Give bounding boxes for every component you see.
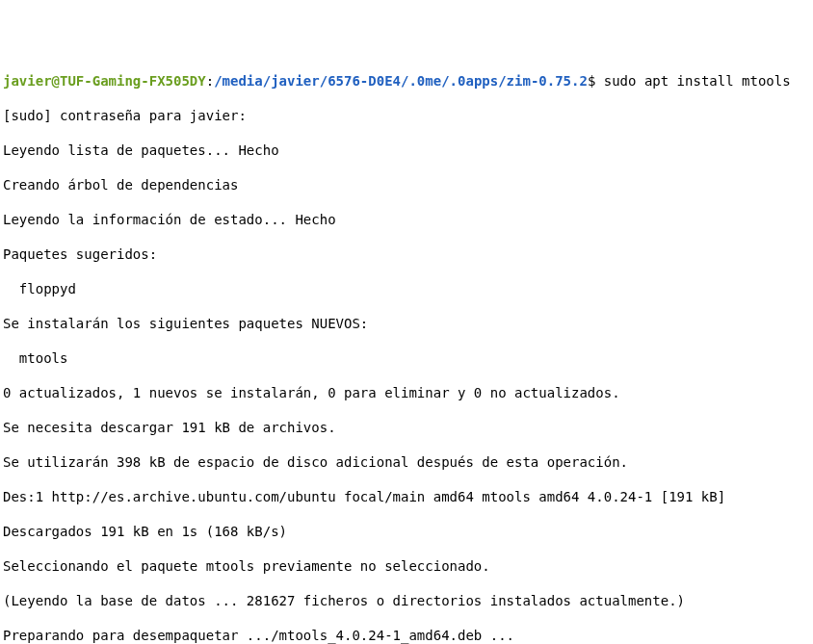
apt-line: 0 actualizados, 1 nuevos se instalarán, … [3,384,810,401]
apt-line: (Leyendo la base de datos ... 281627 fic… [3,592,810,609]
prompt-user: javier@TUF-Gaming-FX505DY [3,73,206,89]
apt-line: Des:1 http://es.archive.ubuntu.com/ubunt… [3,488,810,505]
apt-line: Se instalarán los siguientes paquetes NU… [3,315,810,332]
apt-line: Preparando para desempaquetar .../mtools… [3,627,810,644]
apt-line: floppyd [3,280,810,297]
apt-line: mtools [3,349,810,367]
prompt-path: /media/javier/6576-D0E4/.0me/.0apps/zim-… [214,73,588,89]
prompt-line-1: javier@TUF-Gaming-FX505DY:/media/javier/… [3,72,810,90]
apt-line: [sudo] contraseña para javier: [3,107,810,124]
apt-line: Leyendo la información de estado... Hech… [3,211,810,228]
apt-line: Creando árbol de dependencias [3,176,810,193]
prompt-colon: : [206,73,214,89]
apt-line: Paquetes sugeridos: [3,245,810,263]
apt-line: Leyendo lista de paquetes... Hecho [3,142,810,159]
apt-line: Se utilizarán 398 kB de espacio de disco… [3,453,810,471]
cmd-install[interactable]: sudo apt install mtools [604,73,791,89]
prompt-dollar: $ [588,73,604,89]
apt-line: Seleccionando el paquete mtools previame… [3,557,810,575]
apt-line: Descargados 191 kB en 1s (168 kB/s) [3,523,810,540]
apt-line: Se necesita descargar 191 kB de archivos… [3,419,810,436]
